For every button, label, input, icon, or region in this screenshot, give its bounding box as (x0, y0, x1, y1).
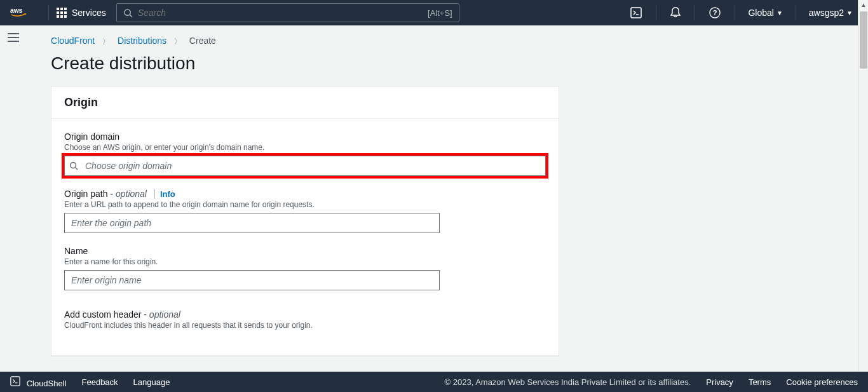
help-button[interactable]: ? (703, 7, 727, 18)
top-nav: aws Services [Alt+S] ? Global ▼ awsgsp2 … (0, 0, 868, 25)
search-box[interactable]: [Alt+S] (116, 3, 459, 22)
svg-point-1 (125, 9, 130, 15)
region-label: Global (748, 8, 773, 18)
divider (695, 5, 695, 20)
search-shortcut: [Alt+S] (428, 8, 452, 18)
svg-text:?: ? (713, 9, 717, 17)
svg-text:aws: aws (10, 7, 23, 14)
search-input[interactable] (138, 8, 428, 18)
cloudshell-icon (630, 7, 642, 18)
search-icon (123, 8, 133, 18)
user-menu[interactable]: awsgsp2 ▼ (804, 8, 858, 18)
region-selector[interactable]: Global ▼ (743, 8, 787, 18)
divider (656, 5, 656, 20)
aws-logo-icon: aws (10, 6, 31, 19)
divider (48, 5, 49, 20)
help-icon: ? (709, 7, 721, 18)
services-button[interactable]: Services (57, 8, 106, 18)
divider (735, 5, 735, 20)
divider (796, 5, 796, 20)
scroll-thumb[interactable] (860, 11, 867, 25)
aws-logo[interactable]: aws (10, 6, 31, 19)
bell-icon (670, 7, 681, 18)
user-label: awsgsp2 (809, 8, 844, 18)
svg-line-2 (130, 15, 132, 17)
grid-icon (57, 8, 67, 18)
notifications-button[interactable] (664, 7, 687, 18)
services-label: Services (72, 8, 106, 18)
caret-down-icon: ▼ (776, 10, 783, 17)
scroll-up-icon[interactable]: ▲ (860, 1, 867, 8)
caret-down-icon: ▼ (846, 10, 853, 17)
scrollbar[interactable]: ▲ (858, 0, 868, 25)
cloudshell-nav-button[interactable] (624, 7, 648, 18)
